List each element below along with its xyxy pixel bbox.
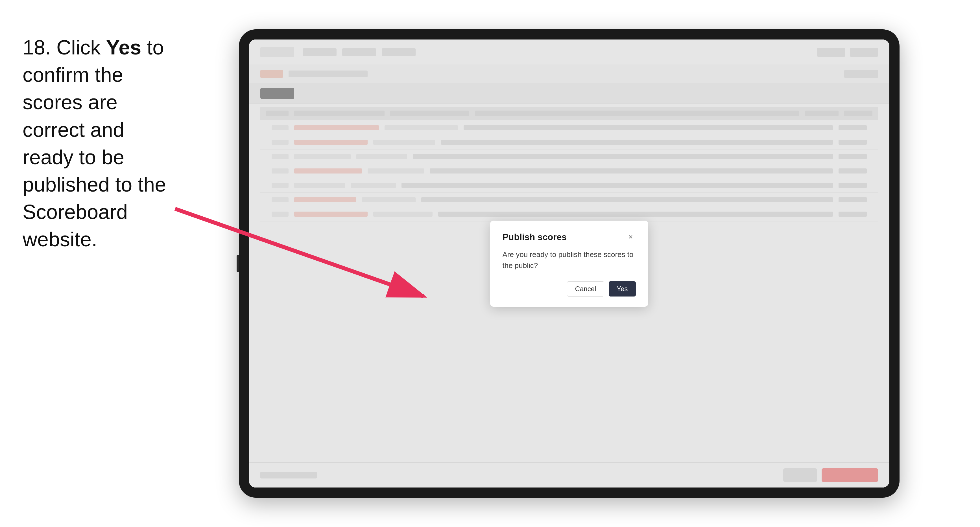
modal-overlay: Publish scores × Are you ready to publis…: [249, 40, 889, 487]
instruction-bold-word: Yes: [106, 36, 141, 59]
tablet-device: Publish scores × Are you ready to publis…: [239, 29, 899, 498]
page-wrapper: 18. Click Yes to confirm the scores are …: [0, 0, 980, 527]
screen-content: Publish scores × Are you ready to publis…: [249, 40, 889, 487]
modal-title: Publish scores: [503, 232, 567, 242]
tablet-side-button: [237, 255, 239, 272]
tablet-screen: Publish scores × Are you ready to publis…: [249, 40, 889, 487]
modal-close-button[interactable]: ×: [626, 232, 636, 242]
instruction-text-after: to confirm the scores are correct and re…: [22, 36, 166, 251]
modal-footer: Cancel Yes: [503, 281, 636, 297]
modal-header: Publish scores ×: [503, 232, 636, 242]
publish-scores-modal: Publish scores × Are you ready to publis…: [490, 221, 648, 307]
instruction-text-before: Click: [56, 36, 106, 59]
yes-button[interactable]: Yes: [609, 281, 636, 297]
step-number: 18.: [22, 36, 51, 59]
modal-body-text: Are you ready to publish these scores to…: [503, 249, 636, 271]
instruction-panel: 18. Click Yes to confirm the scores are …: [22, 17, 181, 253]
cancel-button[interactable]: Cancel: [567, 281, 605, 297]
tablet-wrapper: Publish scores × Are you ready to publis…: [181, 29, 958, 498]
